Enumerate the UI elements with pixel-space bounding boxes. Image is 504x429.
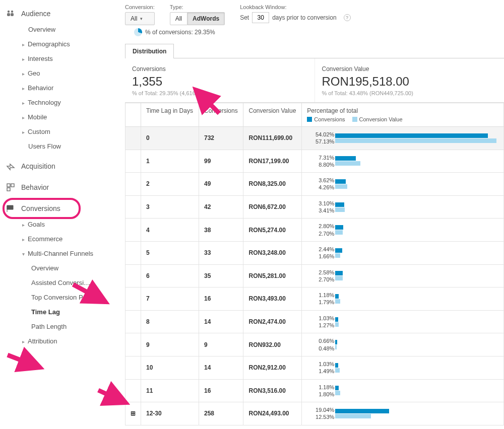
cell-lag: 1 (141, 150, 199, 173)
col-conv-value[interactable]: Conversion Value (243, 103, 302, 127)
table-row: 342RON6,672.003.10%3.41% (125, 195, 504, 219)
main-content: Conversion: All Type: All AdWords Lookba… (116, 0, 504, 425)
nav-conversions[interactable]: Conversions (0, 200, 116, 217)
nav-behavior-label: Behavior (21, 183, 49, 191)
cell-val: RON932.00 (243, 333, 302, 356)
sidebar-item[interactable]: Overview (22, 22, 116, 37)
svg-rect-2 (7, 13, 10, 16)
cell-val: RON5,274.00 (243, 219, 302, 242)
summary-conversions: Conversions 1,355 % of Total: 29.35% (4,… (125, 58, 314, 102)
cell-pct: 7.31%8.80% (302, 150, 504, 173)
cell-conv: 258 (199, 402, 243, 425)
cell-conv: 732 (199, 127, 243, 150)
sidebar-item[interactable]: Behavior (22, 81, 116, 95)
table-row: 0732RON111,699.0054.02%57.13% (125, 127, 504, 150)
cell-conv: 99 (199, 150, 243, 173)
cell-pct: 2.80%2.70% (302, 219, 504, 242)
lookback-set: Set (240, 14, 249, 21)
expand-cell (125, 173, 141, 196)
svg-point-0 (8, 11, 10, 13)
cell-lag: 9 (141, 333, 199, 356)
legend-value-swatch (352, 117, 357, 122)
cell-pct: 1.03%1.27% (302, 310, 504, 333)
cell-val: RON17,199.00 (243, 150, 302, 173)
cell-pct: 1.18%1.79% (302, 288, 504, 311)
sidebar-item[interactable]: Attribution (22, 334, 116, 348)
cell-lag: 6 (141, 264, 199, 288)
sidebar-item[interactable]: Demographics (22, 37, 116, 51)
cell-lag: 8 (141, 310, 199, 333)
lookback-suffix: days prior to conversion (272, 14, 336, 21)
cell-lag: 3 (141, 195, 199, 219)
svg-rect-6 (7, 188, 10, 191)
expand-cell (125, 150, 141, 173)
svg-rect-5 (11, 184, 14, 187)
sidebar-item[interactable]: Path Length (31, 319, 112, 334)
nav-acquisition[interactable]: Acquisition (0, 158, 116, 175)
cell-val: RON8,325.00 (243, 173, 302, 196)
expand-cell (125, 310, 141, 333)
sidebar-item[interactable]: Assisted Conversi… (31, 275, 112, 290)
table-row: 814RON2,474.001.03%1.27% (125, 310, 504, 333)
cell-pct: 2.58%2.70% (302, 264, 504, 288)
sidebar-item[interactable]: Mobile (22, 110, 116, 124)
sidebar-item[interactable]: Goals (22, 217, 116, 232)
table-row: 1014RON2,912.001.03%1.49% (125, 356, 504, 379)
cell-pct: 3.62%4.26% (302, 173, 504, 196)
expand-cell[interactable]: ⊞ (125, 402, 141, 425)
nav-audience-label: Audience (21, 10, 50, 18)
sidebar-item[interactable]: Multi-Channel Funnels (22, 246, 116, 261)
cell-val: RON3,493.00 (243, 288, 302, 311)
type-adwords-button[interactable]: AdWords (187, 12, 225, 25)
cell-lag: 11 (141, 379, 199, 402)
table-row: 533RON3,248.002.44%1.66% (125, 241, 504, 264)
expand-cell (125, 288, 141, 311)
expand-cell (125, 241, 141, 264)
sidebar-item[interactable]: Technology (22, 95, 116, 110)
expand-cell (125, 219, 141, 242)
help-icon[interactable]: ? (344, 14, 351, 21)
lookback-days-input[interactable] (252, 12, 269, 23)
nav-behavior[interactable]: Behavior (0, 179, 116, 196)
col-conversions[interactable]: Conversions (199, 103, 243, 127)
sidebar-item[interactable]: Overview (31, 261, 112, 275)
sidebar-item[interactable]: Interests (22, 51, 116, 66)
expand-cell (125, 379, 141, 402)
type-all-button[interactable]: All (170, 12, 187, 25)
cell-conv: 16 (199, 288, 243, 311)
sidebar-item[interactable]: Custom (22, 124, 116, 139)
table-row: 635RON5,281.002.58%2.70% (125, 264, 504, 288)
cell-val: RON5,281.00 (243, 264, 302, 288)
acquisition-icon (6, 162, 15, 171)
legend-conversions-swatch (307, 117, 312, 122)
cell-conv: 33 (199, 241, 243, 264)
cell-lag: 10 (141, 356, 199, 379)
cell-pct: 1.03%1.49% (302, 356, 504, 379)
expand-cell (125, 264, 141, 288)
cell-lag: 7 (141, 288, 199, 311)
behavior-icon (6, 183, 15, 192)
nav-acquisition-label: Acquisition (21, 162, 55, 170)
col-time-lag[interactable]: Time Lag in Days (141, 103, 199, 127)
nav-audience[interactable]: Audience (0, 5, 116, 22)
cell-conv: 38 (199, 219, 243, 242)
cell-conv: 42 (199, 195, 243, 219)
type-toggle: All AdWords (170, 12, 225, 25)
sidebar: Audience OverviewDemographicsInterestsGe… (0, 0, 116, 425)
sidebar-item[interactable]: Users Flow (22, 139, 116, 154)
cell-val: RON2,474.00 (243, 310, 302, 333)
conversion-dropdown[interactable]: All (125, 12, 155, 25)
sidebar-item[interactable]: Top Conversion P… (31, 290, 112, 305)
nav-conversions-label: Conversions (21, 204, 60, 212)
cell-pct: 2.44%1.66% (302, 241, 504, 264)
sidebar-item[interactable]: Time Lag (31, 305, 112, 319)
sidebar-item[interactable]: Ecommerce (22, 232, 116, 246)
cell-val: RON2,912.00 (243, 356, 302, 379)
cell-lag: 4 (141, 219, 199, 242)
table-row: 249RON8,325.003.62%4.26% (125, 173, 504, 196)
table-row: 716RON3,493.001.18%1.79% (125, 288, 504, 311)
col-expand (125, 103, 141, 127)
tab-distribution[interactable]: Distribution (125, 44, 174, 58)
sidebar-item[interactable]: Geo (22, 66, 116, 81)
cell-lag: 12-30 (141, 402, 199, 425)
